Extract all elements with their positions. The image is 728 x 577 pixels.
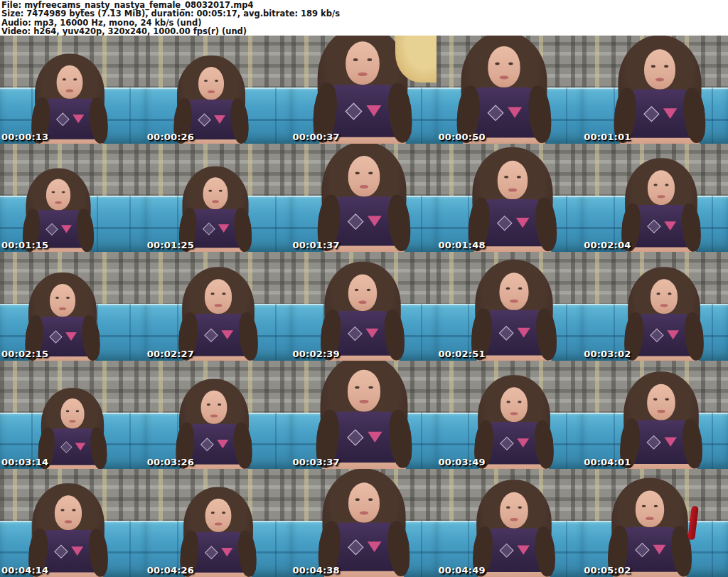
timestamp-label: 00:03:26	[147, 457, 194, 467]
person-figure	[467, 480, 561, 577]
timestamp-label: 00:05:02	[584, 565, 631, 576]
person-figure	[315, 261, 410, 360]
video-thumbnail: 00:03:26	[146, 361, 291, 469]
timestamp-label: 00:04:14	[1, 565, 48, 576]
timestamp-label: 00:03:02	[584, 349, 631, 359]
person-figure	[619, 267, 709, 361]
video-frame-image	[0, 36, 146, 144]
timestamp-label: 00:00:26	[147, 132, 194, 142]
video-frame-image	[0, 361, 146, 469]
person-figure	[168, 55, 254, 144]
video-thumbnail: 00:01:37	[291, 144, 437, 252]
video-info-line: Video: h264, yuv420p, 320x240, 1000.00 f…	[1, 27, 728, 36]
face	[201, 391, 228, 424]
person-figure	[174, 166, 257, 252]
video-thumbnail: 00:03:02	[582, 252, 728, 360]
thumbnail-grid: 00:00:13 00:00:26	[0, 36, 728, 577]
face	[348, 369, 380, 411]
face	[205, 279, 232, 314]
video-thumbnail: 00:04:01	[582, 361, 728, 469]
purple-shirt	[624, 314, 702, 356]
face	[198, 67, 224, 100]
timestamp-label: 00:03:49	[438, 457, 485, 467]
timestamp-label: 00:02:04	[584, 240, 631, 250]
timestamp-label: 00:00:50	[438, 132, 485, 142]
video-frame-image	[146, 252, 291, 360]
video-thumbnail: 00:02:39	[291, 252, 437, 360]
face	[635, 491, 663, 528]
video-frame-image	[146, 361, 291, 469]
face	[647, 384, 675, 420]
face	[644, 50, 675, 90]
person-figure	[469, 375, 559, 469]
person-figure	[23, 483, 114, 577]
video-frame-image	[437, 469, 582, 577]
person-figure	[607, 36, 711, 144]
file-size-line: Size: 7474989 bytes (7.13 MiB), duration…	[1, 9, 728, 18]
timestamp-label: 00:02:27	[147, 349, 194, 359]
face	[55, 495, 82, 530]
video-thumbnail: 00:02:27	[146, 252, 291, 360]
face	[57, 65, 83, 99]
video-frame-image	[582, 469, 728, 577]
person-figure	[311, 144, 417, 252]
timestamp-label: 00:04:49	[438, 565, 485, 576]
timestamp-label: 00:01:15	[1, 240, 48, 250]
person-figure	[462, 147, 563, 252]
video-thumbnail: 00:04:49	[437, 469, 582, 577]
person-figure	[616, 159, 706, 253]
timestamp-label: 00:00:37	[293, 132, 340, 142]
face	[348, 157, 380, 197]
video-frame-image	[0, 144, 146, 252]
timestamp-label: 00:03:14	[1, 457, 48, 467]
timestamp-label: 00:00:13	[1, 132, 48, 142]
person-figure	[175, 487, 262, 577]
timestamp-label: 00:04:01	[584, 457, 631, 467]
timestamp-label: 00:01:48	[438, 240, 485, 250]
video-frame-image	[582, 361, 728, 469]
video-thumbnail: 00:04:26	[146, 469, 291, 577]
video-thumbnail: 00:02:51	[437, 252, 582, 360]
timestamp-label: 00:01:25	[147, 240, 194, 250]
face	[499, 272, 528, 309]
face	[50, 284, 75, 317]
purple-shirt	[475, 422, 553, 464]
video-thumbnail: 00:00:50	[437, 36, 582, 144]
video-thumbnail: 00:01:25	[146, 144, 291, 252]
purple-shirt	[318, 197, 410, 246]
video-thumbnail: 00:00:37	[291, 36, 437, 144]
purple-shirt	[614, 90, 705, 138]
person-figure	[465, 260, 562, 361]
video-frame-image	[146, 36, 291, 144]
timestamp-label: 00:02:51	[438, 349, 485, 359]
video-thumbnail: 00:02:15	[0, 252, 146, 360]
video-frame-image	[291, 361, 437, 469]
person-figure	[450, 36, 557, 144]
face	[203, 178, 228, 210]
video-thumbnail: 00:03:14	[0, 361, 146, 469]
video-thumbnail: 00:01:48	[437, 144, 582, 252]
face	[61, 398, 85, 428]
purple-shirt	[39, 428, 107, 465]
video-thumbnail: 00:03:49	[437, 361, 582, 469]
timestamp-label: 00:01:37	[293, 240, 340, 250]
face	[488, 46, 520, 88]
person-figure	[171, 379, 257, 469]
video-frame-image	[582, 252, 728, 360]
person-figure	[312, 469, 416, 577]
video-frame-image	[437, 144, 582, 252]
face	[500, 387, 528, 422]
video-thumbnail: 00:01:01	[582, 36, 728, 144]
person-figure	[173, 267, 264, 361]
face	[46, 179, 70, 211]
person-figure	[20, 272, 105, 361]
video-frame-image	[146, 469, 291, 577]
video-frame-image	[437, 36, 582, 144]
file-metadata-header: File: myfreecams_nasty_nastya_female_080…	[0, 0, 728, 36]
person-figure	[601, 478, 697, 577]
face	[498, 161, 528, 199]
purple-shirt	[319, 522, 410, 571]
purple-shirt	[621, 205, 700, 247]
person-figure	[26, 54, 113, 144]
video-frame-image	[291, 144, 437, 252]
